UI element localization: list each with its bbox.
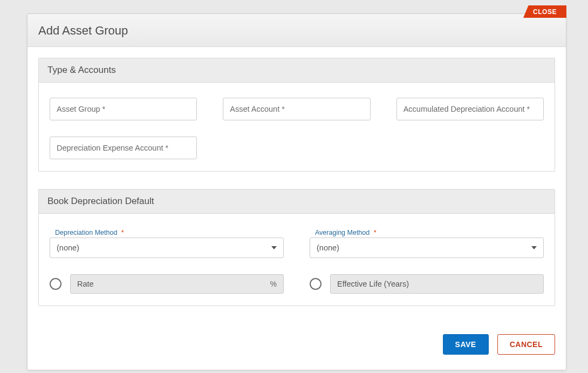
asset-account-input[interactable] xyxy=(223,98,370,120)
depreciation-method-group: Depreciation Method * (none) xyxy=(50,229,284,258)
panel-book-depreciation-title: Book Depreciation Default xyxy=(39,189,555,214)
required-mark: * xyxy=(374,229,377,236)
panel-type-accounts-body xyxy=(39,83,555,171)
averaging-method-value: (none) xyxy=(317,243,339,252)
chevron-down-icon xyxy=(271,246,277,249)
modal: CLOSE Add Asset Group Type & Accounts Bo… xyxy=(27,13,566,370)
rate-radio[interactable] xyxy=(50,278,61,290)
averaging-method-label: Averaging Method * xyxy=(315,229,544,236)
cancel-button[interactable]: CANCEL xyxy=(497,334,555,355)
rate-label: Rate xyxy=(77,280,94,288)
panel-type-accounts: Type & Accounts xyxy=(38,58,555,172)
modal-title: Add Asset Group xyxy=(38,24,555,38)
rate-option: Rate % xyxy=(50,274,284,294)
panel-type-accounts-title: Type & Accounts xyxy=(39,58,555,83)
modal-body: Type & Accounts Book Depreciation Defaul… xyxy=(28,47,566,334)
rate-field[interactable]: Rate % xyxy=(70,274,284,294)
close-label: CLOSE xyxy=(533,8,557,16)
effective-life-field[interactable]: Effective Life (Years) xyxy=(330,274,544,294)
asset-group-input[interactable] xyxy=(50,98,197,120)
modal-footer: SAVE CANCEL xyxy=(28,334,566,370)
accumulated-depreciation-account-input[interactable] xyxy=(396,98,544,120)
percent-icon: % xyxy=(270,280,277,288)
effective-life-label: Effective Life (Years) xyxy=(337,280,409,288)
panel-book-depreciation-body: Depreciation Method * (none) Averaging M… xyxy=(39,214,555,306)
modal-header: Add Asset Group xyxy=(28,14,566,47)
required-mark: * xyxy=(121,229,124,236)
depreciation-method-select[interactable]: (none) xyxy=(50,238,284,258)
effective-life-radio[interactable] xyxy=(310,278,322,290)
depreciation-method-value: (none) xyxy=(57,243,79,252)
panel-book-depreciation: Book Depreciation Default Depreciation M… xyxy=(38,189,555,306)
averaging-method-group: Averaging Method * (none) xyxy=(310,229,544,258)
chevron-down-icon xyxy=(531,246,537,249)
depreciation-expense-account-input[interactable] xyxy=(50,137,197,159)
effective-life-option: Effective Life (Years) xyxy=(310,274,544,294)
depreciation-method-label: Depreciation Method * xyxy=(55,229,284,236)
averaging-method-select[interactable]: (none) xyxy=(310,238,544,258)
save-button[interactable]: SAVE xyxy=(443,334,489,355)
close-button[interactable]: CLOSE xyxy=(523,5,566,18)
